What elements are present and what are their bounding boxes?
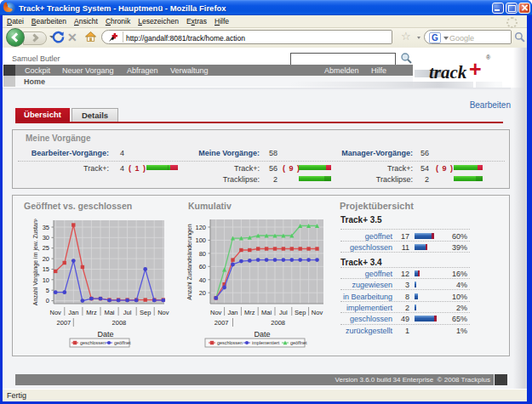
svg-text:30: 30 xyxy=(43,234,49,242)
svg-text:80: 80 xyxy=(199,250,206,258)
svg-text:Jul: Jul xyxy=(123,309,132,316)
svg-text:2008: 2008 xyxy=(271,319,285,327)
svg-text:25: 25 xyxy=(43,244,49,252)
svg-text:15: 15 xyxy=(43,265,49,273)
svg-text:Sep: Sep xyxy=(295,309,306,316)
svg-text:10: 10 xyxy=(43,276,49,284)
svg-text:Nov: Nov xyxy=(157,309,169,316)
svg-text:0: 0 xyxy=(46,297,49,304)
svg-text:Jan: Jan xyxy=(227,309,237,316)
svg-text:5: 5 xyxy=(46,287,49,294)
svg-text:Anzahl Zustandsänderungen: Anzahl Zustandsänderungen xyxy=(186,224,193,300)
svg-text:120: 120 xyxy=(195,224,206,231)
svg-text:Mai: Mai xyxy=(104,309,114,316)
svg-text:2007: 2007 xyxy=(215,319,229,327)
svg-text:Mrz: Mrz xyxy=(244,309,255,316)
svg-text:20: 20 xyxy=(43,255,49,263)
svg-text:Jan: Jan xyxy=(68,309,78,316)
svg-text:implementiert: implementiert xyxy=(252,340,280,345)
svg-text:100: 100 xyxy=(195,236,206,244)
svg-text:40: 40 xyxy=(199,276,206,284)
svg-text:geöffnet: geöffnet xyxy=(114,340,131,345)
svg-text:Sep: Sep xyxy=(140,309,151,316)
svg-text:Nov: Nov xyxy=(50,309,62,316)
svg-text:Date: Date xyxy=(97,330,113,339)
svg-text:Nov: Nov xyxy=(210,309,222,316)
svg-text:geschlossen: geschlossen xyxy=(217,340,243,345)
svg-text:Jul: Jul xyxy=(279,309,288,316)
svg-text:2008: 2008 xyxy=(112,319,127,327)
svg-text:20: 20 xyxy=(199,289,206,297)
svg-text:2007: 2007 xyxy=(57,319,72,327)
svg-text:60: 60 xyxy=(199,263,206,270)
svg-text:Nov: Nov xyxy=(312,309,323,316)
svg-text:Mrz: Mrz xyxy=(86,309,97,316)
svg-text:35: 35 xyxy=(43,224,49,231)
svg-text:geöffnet: geöffnet xyxy=(290,340,307,345)
svg-text:Anzahl Vorgänge im jew. Zustan: Anzahl Vorgänge im jew. Zustan› xyxy=(32,218,39,305)
svg-text:Date: Date xyxy=(254,330,270,339)
svg-text:Mai: Mai xyxy=(261,309,272,316)
svg-text:geschlossen: geschlossen xyxy=(80,340,106,345)
